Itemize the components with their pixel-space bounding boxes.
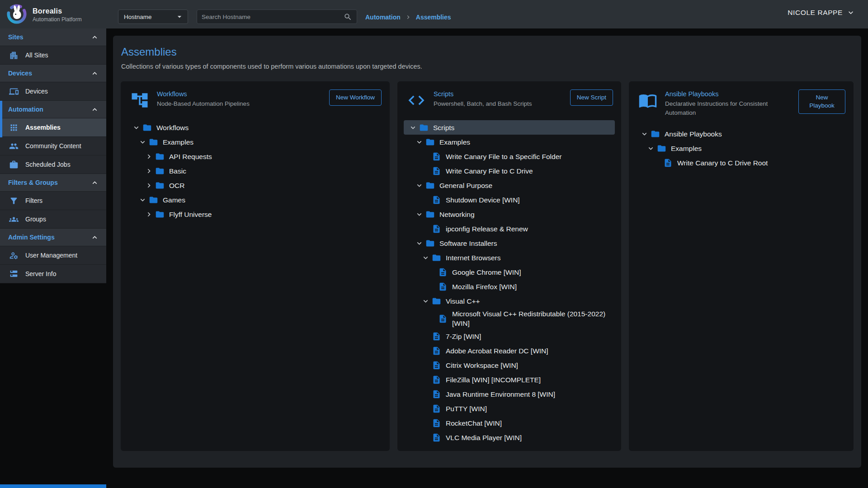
user-gear-icon: [9, 250, 19, 260]
breadcrumb-link-assemblies[interactable]: Assemblies: [416, 14, 451, 21]
chevron-down-icon[interactable]: [640, 129, 649, 138]
chevron-down-icon[interactable]: [421, 253, 430, 262]
chevron-right-icon[interactable]: [144, 181, 153, 190]
tree-folder-row[interactable]: Examples: [127, 135, 383, 149]
sidebar-item-devices[interactable]: Devices: [0, 82, 106, 101]
tree-item-label: Examples: [671, 144, 702, 153]
chevron-down-icon[interactable]: [415, 239, 424, 248]
tree-folder-row[interactable]: Examples: [635, 141, 847, 155]
chevron-up-icon[interactable]: [90, 33, 99, 42]
tree-folder-row[interactable]: OCR: [127, 178, 383, 192]
tree-file-row[interactable]: VLC Media Player [WIN]: [404, 430, 615, 445]
tree-folder-row[interactable]: Software Installers: [404, 236, 615, 250]
tree-file-row[interactable]: Google Chrome [WIN]: [404, 265, 615, 279]
tree-file-row[interactable]: 7-Zip [WIN]: [404, 329, 615, 343]
sidebar-item-groups[interactable]: Groups: [0, 210, 106, 229]
sidebar-item-filters[interactable]: Filters: [0, 192, 106, 210]
new-workflows-button[interactable]: New Workflow: [329, 89, 382, 106]
chevron-right-icon[interactable]: [144, 166, 153, 175]
tree-item-label: API Requests: [169, 152, 212, 161]
card-title: Scripts: [434, 90, 564, 98]
sidebar-item-label: Server Info: [25, 270, 56, 277]
tree-file-row[interactable]: Shutdown Device [WIN]: [404, 192, 615, 207]
tree-file-row[interactable]: Microsoft Visual C++ Redistributable (20…: [404, 308, 615, 329]
user-menu[interactable]: NICOLE RAPPE: [788, 8, 855, 17]
tree-folder-row[interactable]: General Purpose: [404, 178, 615, 192]
tree-file-row[interactable]: Mozilla Firefox [WIN]: [404, 279, 615, 294]
file-icon: [431, 346, 441, 356]
code-icon: [406, 89, 427, 111]
tree-item-label: Write Canary File to a Specific Folder: [446, 152, 561, 161]
tree: Ansible PlaybooksExamplesWrite Canary to…: [635, 127, 847, 170]
chevron-down-icon[interactable]: [138, 137, 147, 146]
tree-folder-row[interactable]: Examples: [404, 135, 615, 149]
new-ansible-playbooks-button[interactable]: New Playbook: [798, 89, 845, 114]
sidebar-item-server-info[interactable]: Server Info: [0, 265, 106, 283]
chevron-down-icon[interactable]: [415, 181, 424, 190]
tree-folder-row[interactable]: Games: [127, 192, 383, 207]
search-input[interactable]: [202, 14, 344, 20]
tree-file-row[interactable]: Adobe Acrobat Reader DC [WIN]: [404, 343, 615, 358]
tree-file-row[interactable]: Citrix Workspace [WIN]: [404, 358, 615, 372]
search-icon[interactable]: [344, 13, 352, 21]
tree-file-row[interactable]: PuTTY [WIN]: [404, 401, 615, 416]
sidebar-item-scheduled-jobs[interactable]: Scheduled Jobs: [0, 155, 106, 174]
tree-file-row[interactable]: Write Canary File to a Specific Folder: [404, 149, 615, 164]
borealis-logo-icon: [6, 4, 27, 26]
chevron-down-icon[interactable]: [415, 210, 424, 219]
tree-folder-row[interactable]: Visual C++: [404, 294, 615, 308]
tree-item-label: Write Canary to C Drive Root: [677, 158, 768, 168]
sidebar-section-header[interactable]: Admin Settings: [0, 229, 106, 246]
tree-folder-row[interactable]: Scripts: [404, 120, 615, 135]
chevron-down-icon: [846, 8, 855, 17]
breadcrumb-link-automation[interactable]: Automation: [365, 14, 401, 21]
tree-folder-row[interactable]: Networking: [404, 207, 615, 221]
tree-file-row[interactable]: FileZilla [WIN] [INCOMPLETE]: [404, 372, 615, 387]
hostname-dropdown[interactable]: Hostname: [118, 9, 188, 24]
chevron-up-icon[interactable]: [90, 69, 99, 78]
tree-file-row[interactable]: RocketChat [WIN]: [404, 416, 615, 430]
chevron-down-icon[interactable]: [421, 296, 430, 305]
sidebar-item-all-sites[interactable]: All Sites: [0, 46, 106, 65]
tree-file-row[interactable]: ipconfig Release & Renew: [404, 221, 615, 236]
sidebar-item-user-management[interactable]: User Management: [0, 246, 106, 265]
tree-folder-row[interactable]: Ansible Playbooks: [635, 127, 847, 141]
chevron-up-icon[interactable]: [90, 178, 99, 187]
sidebar-section-header[interactable]: Filters & Groups: [0, 174, 106, 192]
chevron-up-icon[interactable]: [90, 233, 99, 242]
tree-folder-row[interactable]: Basic: [127, 164, 383, 178]
chevron-spacer: [427, 282, 436, 291]
sidebar-item-community-content[interactable]: Community Content: [0, 137, 106, 155]
sidebar-section-header[interactable]: Devices: [0, 65, 106, 82]
chevron-spacer: [421, 332, 430, 341]
sidebar-item-assemblies[interactable]: Assemblies: [0, 118, 106, 137]
tree-item-label: Shutdown Device [WIN]: [446, 195, 520, 205]
sidebar-section-header[interactable]: Sites: [0, 28, 106, 46]
chevron-down-icon[interactable]: [138, 195, 147, 204]
chevron-down-icon[interactable]: [415, 137, 424, 146]
chevron-down-icon[interactable]: [408, 123, 417, 132]
sidebar-section-label: Filters & Groups: [8, 179, 58, 186]
file-icon: [663, 158, 673, 168]
app-header: Borealis Automation Platform Hostname Au…: [0, 0, 868, 28]
new-scripts-button[interactable]: New Script: [570, 89, 613, 106]
assembly-cards: WorkflowsNode-Based Automation Pipelines…: [121, 81, 854, 451]
tree-folder-row[interactable]: Internet Browsers: [404, 250, 615, 265]
tree-file-row[interactable]: Java Runtime Environment 8 [WIN]: [404, 387, 615, 401]
tree-file-row[interactable]: Write Canary to C Drive Root: [635, 155, 847, 170]
tree-folder-row[interactable]: Flyff Universe: [127, 207, 383, 221]
search-box[interactable]: [197, 9, 357, 24]
tree-item-label: Visual C++: [446, 296, 480, 306]
tree-item-label: Microsoft Visual C++ Redistributable (20…: [452, 309, 612, 328]
tree-folder-row[interactable]: API Requests: [127, 149, 383, 164]
sidebar-section-header[interactable]: Automation: [0, 101, 106, 118]
tree-file-row[interactable]: Write Canary File to C Drive: [404, 164, 615, 178]
open-book-icon: [637, 89, 659, 111]
chevron-right-icon[interactable]: [144, 152, 153, 161]
tree-folder-row[interactable]: Workflows: [127, 120, 383, 135]
chevron-right-icon[interactable]: [144, 210, 153, 219]
chevron-down-icon[interactable]: [132, 123, 141, 132]
sidebar-item-label: Groups: [25, 216, 46, 223]
chevron-down-icon[interactable]: [646, 144, 655, 153]
chevron-up-icon[interactable]: [90, 105, 99, 114]
